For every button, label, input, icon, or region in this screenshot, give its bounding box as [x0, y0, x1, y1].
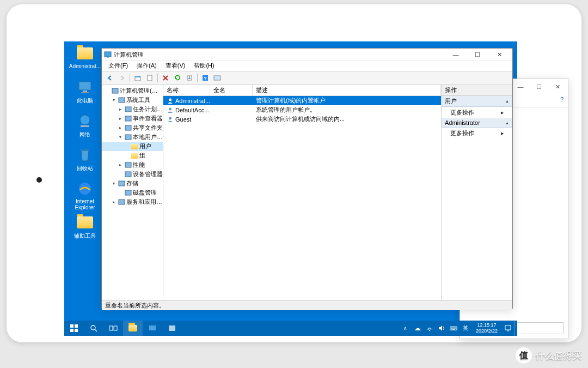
properties-button[interactable]	[144, 73, 156, 83]
desktop-icon-recycle-bin[interactable]: 回收站	[69, 146, 101, 178]
icon-label: Administrat...	[69, 63, 101, 69]
window-title: 计算机管理	[114, 51, 144, 59]
desktop-icon-network[interactable]: 网络	[69, 112, 101, 144]
help-button[interactable]: ?	[199, 73, 211, 83]
tree-spacer	[104, 88, 110, 94]
desktop-icon-admin-folder[interactable]: Administrat...	[69, 45, 101, 76]
tree-item[interactable]: ▸事件查看器	[102, 114, 163, 123]
list-row[interactable]: DefaultAcc...系统管理的用户帐户。	[163, 105, 441, 114]
taskbar-compmgmt[interactable]	[143, 321, 162, 336]
list-pane[interactable]: 名称 全名 描述 Administrat...管理计算机(域)的内置帐户Defa…	[163, 85, 442, 300]
action-more-users[interactable]: 更多操作 ▶	[442, 107, 512, 118]
view-button[interactable]	[211, 73, 223, 83]
tree-pane[interactable]: 计算机管理(本地)▾系统工具▸任务计划程序▸事件查看器▸共享文件夹▾本地用户和组…	[102, 85, 163, 300]
title-bar[interactable]: 计算机管理 — ☐ ✕	[102, 49, 512, 61]
ime-language[interactable]: 英	[460, 321, 471, 336]
list-row[interactable]: Administrat...管理计算机(域)的内置帐户	[163, 96, 441, 105]
svg-point-3	[80, 115, 90, 125]
svg-rect-23	[125, 172, 131, 177]
menu-action[interactable]: 操作(A)	[132, 61, 161, 71]
status-bar: 重命名当前所选内容。	[102, 300, 512, 310]
desktop-icon-help-tools[interactable]: 辅助工具	[69, 214, 101, 245]
ime-keyboard-icon[interactable]: ⌨	[448, 321, 460, 336]
chevron-down-icon[interactable]: ▾	[111, 180, 117, 186]
up-button[interactable]	[132, 73, 144, 83]
desktop-icon-this-pc[interactable]: 此电脑	[69, 79, 101, 110]
chevron-right-icon[interactable]: ▸	[117, 162, 123, 168]
tray-up-icon[interactable]: ∧	[400, 321, 412, 336]
minimize-button[interactable]: —	[511, 81, 530, 93]
start-button[interactable]	[64, 321, 84, 336]
app-icon	[104, 51, 112, 58]
tree-item[interactable]: 计算机管理(本地)	[102, 86, 163, 95]
menu-help[interactable]: 帮助(H)	[189, 61, 218, 71]
action-section-users[interactable]: 用户 ▲	[442, 96, 512, 107]
show-desktop-button[interactable]	[514, 321, 517, 336]
user-icon	[167, 116, 174, 123]
tree-item[interactable]: ▸任务计划程序	[102, 105, 163, 114]
chevron-down-icon[interactable]: ▾	[117, 134, 123, 140]
tree-item[interactable]: ▾存储	[102, 179, 163, 188]
maximize-button[interactable]: ☐	[530, 81, 548, 93]
folder-icon	[131, 143, 138, 150]
network-tray-icon[interactable]	[424, 321, 436, 336]
taskbar[interactable]: ∧ ☁ ⌨ 英 12:15:17 2020/2/22	[64, 321, 517, 336]
tree-item[interactable]: ▾系统工具	[102, 95, 163, 105]
chevron-right-icon[interactable]: ▸	[117, 116, 123, 122]
chevron-right-icon[interactable]: ▸	[117, 106, 123, 112]
user-icon	[167, 106, 174, 113]
tree-item[interactable]: 设备管理器	[102, 170, 163, 179]
search-button[interactable]	[84, 321, 103, 336]
action-section-admin[interactable]: Administrator ▲	[442, 118, 512, 128]
refresh-button[interactable]	[171, 73, 183, 83]
cell-desc: 系统管理的用户帐户。	[253, 106, 441, 114]
delete-button[interactable]	[160, 73, 171, 83]
close-button[interactable]: ✕	[548, 81, 567, 93]
svg-rect-20	[125, 125, 131, 130]
tree-item[interactable]: ▸性能	[102, 160, 163, 170]
menu-view[interactable]: 查看(V)	[161, 61, 190, 71]
col-desc[interactable]: 描述	[253, 85, 441, 95]
col-fullname[interactable]: 全名	[210, 85, 253, 95]
desktop-screen[interactable]: Administrat... 此电脑 网络 回收站	[64, 41, 517, 336]
computer-management-window: 计算机管理 — ☐ ✕ 文件(F) 操作(A) 查看(V) 帮助(H)	[101, 48, 513, 309]
tablet-camera	[36, 177, 42, 183]
svg-rect-19	[125, 116, 131, 121]
svg-text:?: ?	[204, 76, 207, 81]
action-header: 操作	[442, 85, 512, 96]
svg-rect-2	[81, 92, 89, 93]
volume-icon[interactable]	[436, 321, 448, 336]
tree-item[interactable]: 磁盘管理	[102, 188, 163, 197]
tree-item[interactable]: ▸共享文件夹	[102, 123, 163, 132]
clock[interactable]: 12:15:17 2020/2/22	[471, 322, 502, 334]
taskbar-explorer[interactable]	[123, 321, 143, 336]
task-view-button[interactable]	[103, 321, 123, 336]
minimize-button[interactable]: —	[445, 49, 467, 61]
col-name[interactable]: 名称	[163, 85, 210, 95]
tree-item[interactable]: 用户	[102, 142, 163, 151]
tree-label: 系统工具	[126, 96, 150, 104]
tablet-frame: Administrat... 此电脑 网络 回收站	[7, 4, 581, 342]
export-button[interactable]	[183, 73, 195, 83]
chevron-down-icon[interactable]: ▾	[111, 97, 117, 103]
svg-rect-10	[135, 76, 140, 77]
menu-file[interactable]: 文件(F)	[104, 61, 132, 71]
chevron-right-icon[interactable]: ▸	[111, 199, 117, 205]
close-button[interactable]: ✕	[488, 49, 510, 61]
chevron-right-icon[interactable]: ▸	[117, 125, 123, 131]
list-row[interactable]: Guest供来宾访问计算机或访问域的内...	[163, 114, 441, 124]
taskbar-app[interactable]	[162, 321, 182, 336]
svg-rect-36	[109, 326, 113, 330]
svc-icon	[118, 198, 125, 206]
action-more-admin[interactable]: 更多操作 ▶	[442, 128, 512, 139]
maximize-button[interactable]: ☐	[467, 49, 488, 61]
help-icon[interactable]: ?	[556, 94, 568, 104]
back-button[interactable]	[104, 73, 116, 83]
tree-item[interactable]: ▸服务和应用程序	[102, 197, 163, 207]
tree-item[interactable]: 组	[102, 151, 163, 160]
desktop-icon-ie[interactable]: Internet Explorer	[69, 180, 101, 212]
svg-rect-41	[505, 325, 511, 330]
tree-item[interactable]: ▾本地用户和组	[102, 132, 163, 142]
notifications-icon[interactable]	[502, 321, 514, 336]
onedrive-icon[interactable]: ☁	[412, 321, 424, 336]
